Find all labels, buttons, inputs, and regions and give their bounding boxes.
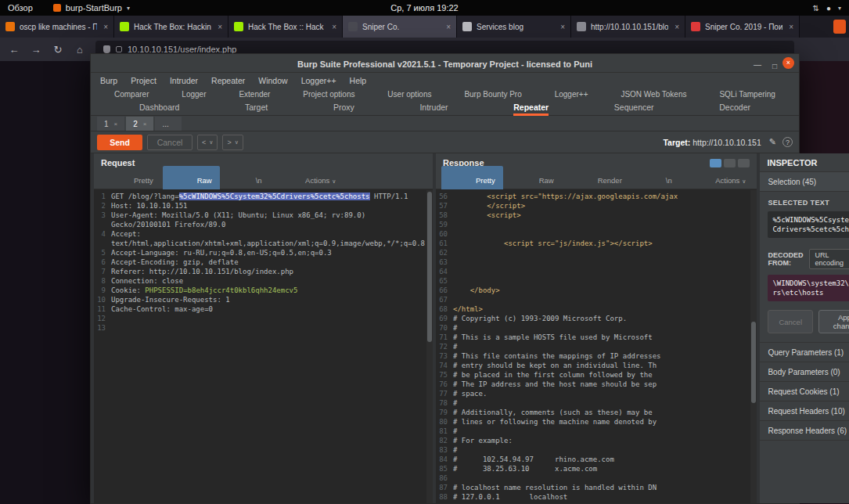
menu-item[interactable]: Repeater (211, 76, 245, 85)
main-tab[interactable]: Decoder (719, 101, 750, 116)
module-tab[interactable]: SQLi Tampering (719, 90, 775, 99)
tab-close-icon[interactable]: × (143, 121, 147, 128)
tab-close-icon[interactable]: × (787, 23, 793, 31)
reload-button[interactable]: ↻ (52, 44, 64, 56)
main-tab-row: DashboardTargetProxyIntruderRepeaterSequ… (91, 101, 799, 116)
encoding-select[interactable]: URL encoding ∨ (809, 249, 849, 269)
inspector-section[interactable]: Body Parameters (0) ∨ (760, 362, 849, 382)
main-tab[interactable]: Sequencer (614, 101, 654, 116)
request-scrollbar[interactable] (426, 190, 433, 503)
menu-item[interactable]: Logger++ (301, 76, 336, 85)
module-tab[interactable]: Burp Bounty Pro (464, 90, 521, 99)
close-button[interactable]: × (782, 57, 794, 69)
tab-close-icon[interactable]: × (216, 23, 222, 31)
code-line: 65 (436, 276, 749, 286)
tab-title: Hack The Box: Hacking... (134, 23, 211, 31)
code-line: 6Accept-Encoding: gzip, deflate (94, 257, 425, 267)
selected-text-box[interactable]: %5cWINDOWS%5Csystem32%5Cdrivers%5cetc%5c… (768, 211, 849, 238)
browser-tab-bar: oscp like machines - Пои... × Hack The B… (0, 16, 849, 38)
code-line: 60 (436, 229, 749, 239)
dropdown-icon: ▾ (127, 5, 130, 12)
burp-titlebar[interactable]: Burp Suite Professional v2021.5.1 - Temp… (91, 54, 799, 73)
encoding-value: URL encoding (815, 251, 844, 267)
browser-tab[interactable]: Sniper Co. 2019 - Поиск... × (685, 16, 800, 38)
code-line: 86 (436, 473, 749, 483)
module-tab[interactable]: Logger++ (555, 90, 588, 99)
module-tab[interactable]: JSON Web Tokens (621, 90, 686, 99)
browser-tab[interactable]: Hack The Box: Hacking... × (114, 16, 228, 38)
apply-changes-button[interactable]: Apply changes (818, 310, 849, 333)
tab-close-icon[interactable]: × (444, 23, 451, 31)
back-button[interactable]: ← (8, 44, 20, 56)
module-tab[interactable]: Extender (239, 90, 270, 99)
inspector-section[interactable]: Response Headers (6) ∨ (760, 421, 849, 441)
menu-item[interactable]: Intruder (170, 76, 198, 85)
request-editor[interactable]: 1GET /blog/?lang=%5cWINDOWS%5Csystem32%5… (94, 189, 433, 503)
browser-notification-badge[interactable] (833, 20, 846, 34)
code-line: 78# (436, 398, 749, 408)
inspector-section[interactable]: Request Headers (10) ∨ (760, 401, 849, 421)
menu-item[interactable]: Window (258, 76, 287, 85)
repeater-tab[interactable]: 1 × (97, 117, 124, 131)
browser-tab[interactable]: Sniper Co. × (343, 16, 457, 38)
shield-icon (103, 45, 110, 53)
main-tab[interactable]: Dashboard (139, 101, 179, 116)
home-button[interactable]: ⌂ (74, 44, 86, 56)
history-back-button[interactable]: < ∨ (197, 135, 218, 150)
history-forward-button[interactable]: > ∨ (222, 135, 243, 150)
cancel-button[interactable]: Cancel (147, 135, 192, 150)
response-panel: Response Pretty Raw (436, 153, 757, 503)
selection-section-header[interactable]: Selection (45) ∧ (760, 172, 849, 192)
tab-close-icon[interactable]: × (559, 23, 565, 31)
inspector-section[interactable]: Request Cookies (1) ∨ (760, 382, 849, 401)
decoded-text-box[interactable]: \WINDOWS\system32\drivers\etc\hosts (768, 275, 849, 301)
help-icon[interactable]: ? (782, 137, 793, 147)
repeater-tab[interactable]: 2 × (126, 117, 153, 131)
maximize-button[interactable]: □ (772, 57, 777, 75)
minimize-button[interactable]: — (754, 56, 761, 74)
system-tray[interactable]: ⇅ ● ▾ (813, 4, 841, 13)
app-menu-button[interactable]: burp-StartBurp ▾ (53, 3, 130, 13)
clock[interactable]: Ср, 7 июля 19:22 (390, 3, 458, 13)
tab-title: oscp like machines - Пои... (20, 23, 97, 31)
module-tab[interactable]: Logger (182, 90, 206, 99)
module-tab[interactable]: Comparer (114, 90, 149, 99)
main-tab[interactable]: Intruder (419, 101, 448, 116)
edit-target-icon[interactable]: ✎ (769, 137, 776, 147)
activities-button[interactable]: Обзор (8, 3, 33, 13)
code-line: 76# The IP address and the host name sho… (436, 380, 749, 389)
repeater-tab[interactable]: ... (155, 117, 181, 131)
inspector-cancel-button[interactable]: Cancel (768, 310, 813, 333)
browser-tab[interactable]: http://10.10.10.151/blog/i... × (571, 16, 685, 38)
tab-close-icon[interactable]: × (114, 121, 118, 128)
response-editor[interactable]: 56 <script src="https://ajax.googleapis.… (436, 189, 757, 503)
main-tab[interactable]: Proxy (333, 101, 354, 116)
main-tab[interactable]: Target (245, 101, 268, 116)
main-tab[interactable]: Repeater (513, 101, 549, 116)
browser-tab[interactable]: Hack The Box :: Hack T... × (228, 16, 343, 38)
editor-tab-label: Raw (539, 176, 554, 185)
editor-tab-label: Actions (305, 176, 329, 185)
forward-button[interactable]: → (30, 44, 42, 56)
code-line: 66 </body> (436, 286, 749, 295)
browser-tab[interactable]: oscp like machines - Пои... × (0, 16, 114, 38)
module-tab[interactable]: Project options (303, 90, 354, 99)
menu-item[interactable]: Burp (100, 76, 117, 85)
code-line: 87# localhost name resolution is handled… (436, 483, 749, 492)
code-line: 13 (94, 323, 425, 333)
tab-title: Hack The Box :: Hack T... (248, 23, 326, 31)
tab-close-icon[interactable]: × (330, 23, 336, 31)
inspector-section[interactable]: Query Parameters (1) ∨ (760, 343, 849, 362)
code-line: 10Upgrade-Insecure-Requests: 1 (94, 295, 425, 304)
response-scrollbar[interactable] (750, 190, 757, 503)
menu-item[interactable]: Project (131, 76, 156, 85)
request-panel: Request Pretty Raw \n (94, 153, 433, 503)
module-tab[interactable]: User options (387, 90, 431, 99)
tab-close-icon[interactable]: × (673, 23, 679, 31)
send-button[interactable]: Send (97, 135, 142, 150)
tab-close-icon[interactable]: × (102, 23, 108, 31)
code-line: 79# Additionally, comments (such as thes… (436, 408, 749, 417)
menu-item[interactable]: Help (350, 76, 367, 85)
code-line: 74# entry should be kept on an individua… (436, 361, 749, 370)
browser-tab[interactable]: Services blog × (457, 16, 571, 38)
